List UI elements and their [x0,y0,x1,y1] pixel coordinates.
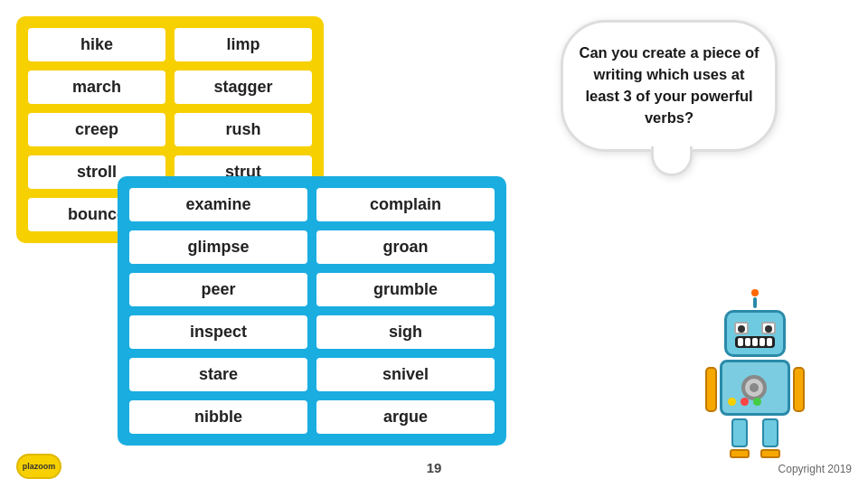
word-card-examine: examine [127,186,309,223]
word-card-creep: creep [26,111,167,148]
word-card-grumble: grumble [315,271,496,308]
copyright-text: Copyright 2019 [778,463,852,475]
word-card-stagger: stagger [173,69,314,106]
word-card-stare: stare [127,356,309,393]
word-card-rush: rush [173,111,314,148]
blue-word-cards: examine complain glimpse groan peer grum… [118,176,506,446]
word-card-nibble: nibble [127,399,309,436]
speech-bubble: Can you create a piece of writing which … [561,20,778,152]
word-card-sigh: sigh [315,314,496,351]
cloud-text: Can you create a piece of writing which … [561,20,778,152]
page: hike limp march stagger creep rush strol… [0,0,868,488]
page-number: 19 [427,460,442,475]
plazoom-logo: plazoom [16,454,61,479]
word-card-complain: complain [315,186,496,223]
word-card-march: march [26,69,167,106]
word-card-argue: argue [315,399,496,436]
word-card-inspect: inspect [127,314,309,351]
word-card-hike: hike [26,26,167,63]
robot-illustration [696,289,814,470]
word-card-limp: limp [173,26,314,63]
word-card-snivel: snivel [315,356,496,393]
word-card-peer: peer [127,271,309,308]
word-card-glimpse: glimpse [127,229,309,266]
word-card-groan: groan [315,229,496,266]
